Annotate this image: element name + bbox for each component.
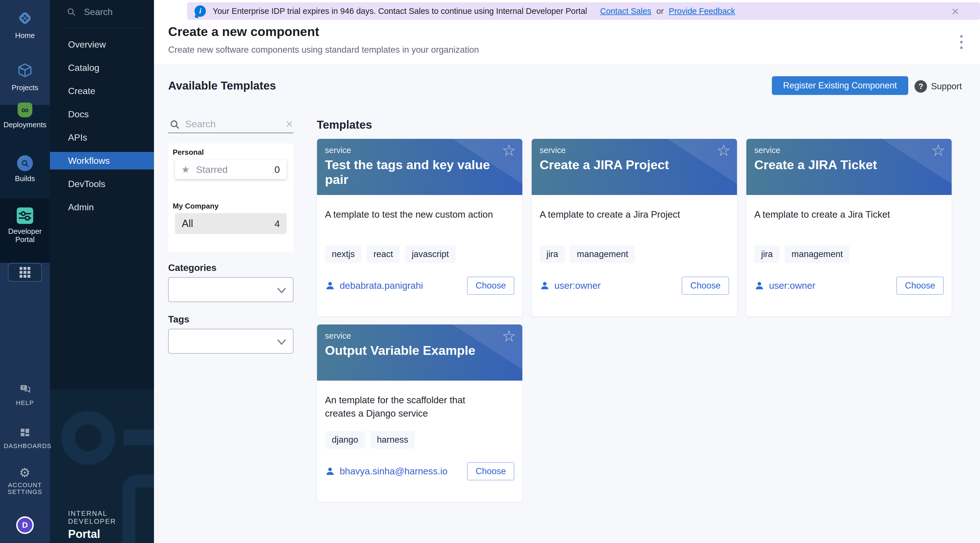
sidebar-search[interactable]: Search bbox=[66, 7, 113, 17]
sidebar-item-overview[interactable]: Overview bbox=[50, 33, 154, 56]
sidebar-item-docs[interactable]: Docs bbox=[50, 103, 154, 126]
rail-item-label: DASHBOARDS bbox=[4, 443, 46, 449]
sidebar-item-apis[interactable]: APIs bbox=[50, 126, 154, 149]
card-tags: django harness bbox=[325, 431, 415, 449]
choose-button[interactable]: Choose bbox=[467, 276, 514, 295]
owner-link[interactable]: debabrata.panigrahi bbox=[325, 280, 423, 291]
rail-item-label: Home bbox=[15, 32, 35, 40]
card-title: Test the tags and key value pair bbox=[325, 157, 497, 187]
rail-item-account-settings[interactable]: ⚙ ACCOUNT SETTINGS bbox=[0, 467, 50, 495]
filters-panel: × Personal ★ Starred 0 My Company All 4 … bbox=[168, 116, 293, 354]
person-icon bbox=[325, 281, 335, 291]
deployments-infinity-icon: ∞ bbox=[18, 103, 32, 117]
categories-label: Categories bbox=[168, 262, 293, 273]
provide-feedback-link[interactable]: Provide Feedback bbox=[669, 6, 735, 16]
star-outline-icon[interactable]: ☆ bbox=[931, 141, 945, 160]
home-icon bbox=[17, 10, 33, 28]
sidebar-item-create[interactable]: Create bbox=[50, 79, 154, 103]
templates-heading: Templates bbox=[317, 119, 952, 131]
banner-links: Contact Sales or Provide Feedback bbox=[600, 6, 735, 16]
tags-label: Tags bbox=[168, 314, 293, 325]
rail-item-projects[interactable]: Projects bbox=[0, 62, 50, 92]
sidebar-item-workflows[interactable]: Workflows bbox=[50, 152, 154, 170]
sidebar-item-devtools[interactable]: DevTools bbox=[50, 172, 154, 195]
module-rail: Home Projects ∞ Deployments Builds Devel… bbox=[0, 0, 50, 543]
card-tags: jira management bbox=[539, 245, 635, 263]
rail-item-home[interactable]: Home bbox=[0, 10, 50, 40]
card-title: Output Variable Example bbox=[325, 343, 497, 358]
sidebar-menu: Overview Catalog Create Docs APIs Workfl… bbox=[50, 33, 154, 219]
sidebar-item-admin[interactable]: Admin bbox=[50, 195, 154, 219]
rail-item-label: Developer Portal bbox=[8, 227, 42, 243]
categories-select[interactable] bbox=[168, 277, 293, 302]
person-icon bbox=[539, 281, 550, 291]
star-outline-icon[interactable]: ☆ bbox=[717, 141, 731, 160]
watermark-bar bbox=[124, 430, 154, 445]
gear-icon: ⚙ bbox=[19, 467, 31, 479]
owner-name: bhavya.sinha@harness.io bbox=[340, 466, 447, 477]
card-footer: user:owner Choose bbox=[754, 274, 944, 297]
section-title: Available Templates bbox=[168, 79, 276, 92]
card-title: Create a JIRA Project bbox=[539, 157, 711, 172]
rail-item-deployments[interactable]: ∞ Deployments bbox=[0, 103, 50, 129]
rail-item-dashboards[interactable]: DASHBOARDS bbox=[0, 427, 50, 449]
search-icon bbox=[66, 7, 76, 17]
template-card: service Test the tags and key value pair… bbox=[317, 138, 523, 317]
module-switcher-button[interactable] bbox=[8, 263, 42, 282]
star-outline-icon[interactable]: ☆ bbox=[502, 327, 516, 345]
owner-name: debabrata.panigrahi bbox=[340, 280, 423, 291]
starred-filter-row[interactable]: ★ Starred 0 bbox=[175, 160, 287, 179]
star-filled-icon: ★ bbox=[181, 164, 190, 175]
all-filter-row[interactable]: All 4 bbox=[175, 213, 287, 234]
question-icon: ? bbox=[915, 80, 927, 93]
chevron-down-icon bbox=[277, 287, 287, 294]
watermark-circle bbox=[61, 411, 115, 465]
register-existing-component-button[interactable]: Register Existing Component bbox=[772, 76, 908, 95]
owner-link[interactable]: user:owner bbox=[539, 280, 601, 291]
portal-brand: INTERNAL DEVELOPER Portal bbox=[68, 510, 154, 540]
brand-line1: INTERNAL DEVELOPER bbox=[68, 510, 154, 526]
info-icon: i bbox=[194, 5, 206, 17]
choose-button[interactable]: Choose bbox=[896, 276, 944, 295]
clear-search-icon[interactable]: × bbox=[286, 116, 293, 132]
template-search-input[interactable] bbox=[185, 117, 279, 131]
sidebar-divider bbox=[66, 28, 143, 28]
rail-item-developer-portal[interactable]: Developer Portal bbox=[0, 208, 50, 243]
template-card: service Create a JIRA Project ☆ A templa… bbox=[531, 138, 737, 317]
owner-link[interactable]: user:owner bbox=[754, 280, 815, 291]
app-window: Home Projects ∞ Deployments Builds Devel… bbox=[0, 0, 980, 543]
star-outline-icon[interactable]: ☆ bbox=[502, 141, 516, 160]
support-button[interactable]: ? Support bbox=[915, 80, 962, 93]
tag-pill: django bbox=[325, 431, 365, 449]
choose-button[interactable]: Choose bbox=[467, 462, 514, 480]
owner-link[interactable]: bhavya.sinha@harness.io bbox=[325, 466, 447, 477]
brand-line2: Portal bbox=[68, 528, 154, 540]
rail-item-label: ACCOUNT SETTINGS bbox=[4, 482, 46, 495]
tag-pill: jira bbox=[539, 245, 565, 263]
tag-pill: jira bbox=[754, 245, 780, 263]
projects-box-icon bbox=[17, 62, 33, 80]
tags-select[interactable] bbox=[168, 329, 293, 354]
ownership-filter-card: Personal ★ Starred 0 My Company All 4 bbox=[168, 143, 293, 252]
rail-item-label: Deployments bbox=[3, 121, 46, 129]
rail-item-builds[interactable]: Builds bbox=[0, 155, 50, 183]
tag-pill: javascript bbox=[405, 245, 456, 263]
rail-item-label: Builds bbox=[15, 175, 35, 183]
banner-close-icon[interactable]: × bbox=[951, 3, 959, 19]
template-search: × bbox=[168, 116, 293, 133]
page-title: Create a new component bbox=[168, 24, 319, 39]
sidebar-item-catalog[interactable]: Catalog bbox=[50, 56, 154, 79]
support-label: Support bbox=[931, 81, 962, 92]
card-footer: user:owner Choose bbox=[539, 274, 729, 297]
more-options-button[interactable] bbox=[958, 33, 964, 51]
user-avatar[interactable]: D bbox=[16, 516, 34, 534]
rail-item-label: HELP bbox=[4, 400, 46, 406]
choose-button[interactable]: Choose bbox=[682, 276, 729, 295]
contact-sales-link[interactable]: Contact Sales bbox=[600, 6, 651, 16]
starred-label: Starred bbox=[196, 164, 228, 175]
card-description: An template for the scaffolder that crea… bbox=[325, 394, 484, 420]
rail-item-help[interactable]: ? HELP bbox=[0, 383, 50, 406]
person-icon bbox=[754, 281, 765, 291]
starred-count: 0 bbox=[275, 164, 280, 175]
card-tags: jira management bbox=[754, 245, 850, 263]
